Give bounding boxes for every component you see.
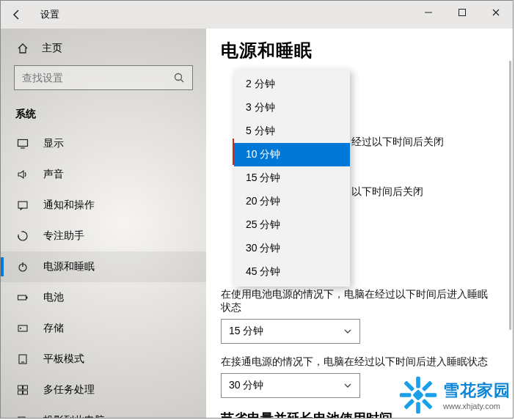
- window-title: 设置: [40, 8, 59, 21]
- svg-point-2: [175, 74, 182, 81]
- battery-icon: [15, 292, 30, 303]
- sidebar-item-notifications[interactable]: 通知和操作: [1, 190, 206, 221]
- storage-icon: [15, 323, 30, 334]
- tablet-icon: [15, 353, 30, 365]
- svg-rect-17: [18, 391, 23, 394]
- dropdown-item[interactable]: 20 分钟: [234, 190, 350, 213]
- display-icon: [15, 138, 30, 150]
- sidebar-item-tablet[interactable]: 平板模式: [1, 344, 206, 375]
- scrollbar[interactable]: [509, 61, 511, 330]
- svg-rect-10: [26, 297, 28, 299]
- sleep-battery-select[interactable]: 15 分钟: [221, 319, 360, 344]
- svg-point-12: [20, 328, 21, 329]
- dropdown-item[interactable]: 2 分钟: [234, 73, 350, 96]
- svg-rect-28: [422, 399, 433, 410]
- watermark-url: www.xhjaty.com: [443, 402, 500, 410]
- watermark: 雪花家园 www.xhjaty.com: [398, 375, 511, 416]
- minimize-button[interactable]: [412, 1, 445, 24]
- sidebar: 主页 系统 显示 声音 通知和操作: [1, 29, 206, 418]
- dropdown-item[interactable]: 5 分钟: [234, 119, 350, 143]
- maximize-button[interactable]: [445, 1, 479, 24]
- sidebar-item-label: 专注助手: [43, 229, 84, 243]
- dropdown-item[interactable]: 25 分钟: [234, 213, 350, 237]
- sidebar-item-power[interactable]: 电源和睡眠: [1, 251, 206, 282]
- search-input[interactable]: [14, 65, 193, 90]
- power-icon: [15, 261, 30, 273]
- sidebar-item-focus[interactable]: 专注助手: [1, 221, 206, 251]
- category-heading: 系统: [1, 103, 206, 128]
- time-dropdown[interactable]: 2 分钟3 分钟5 分钟10 分钟15 分钟20 分钟25 分钟30 分钟45 …: [234, 70, 350, 287]
- sidebar-item-multitask[interactable]: 多任务处理: [1, 375, 206, 405]
- svg-rect-21: [416, 377, 420, 388]
- svg-rect-16: [23, 386, 28, 389]
- dropdown-item[interactable]: 10 分钟: [234, 143, 350, 166]
- dropdown-item[interactable]: 3 分钟: [234, 96, 350, 119]
- sidebar-item-storage[interactable]: 存储: [1, 313, 206, 344]
- home-link[interactable]: 主页: [1, 37, 206, 65]
- dropdown-item[interactable]: 15 分钟: [234, 166, 350, 190]
- home-icon: [15, 43, 30, 54]
- sidebar-item-label: 电池: [43, 291, 64, 304]
- nav-list: 显示 声音 通知和操作 专注助手 电源和睡眠: [1, 128, 206, 418]
- svg-rect-27: [403, 380, 414, 391]
- sound-icon: [15, 169, 30, 180]
- dropdown-item[interactable]: 45 分钟: [234, 260, 350, 284]
- sidebar-item-label: 存储: [43, 322, 64, 335]
- watermark-text: 雪花家园: [443, 380, 511, 402]
- sidebar-item-sound[interactable]: 声音: [1, 159, 206, 190]
- sidebar-item-label: 电源和睡眠: [43, 260, 95, 273]
- search-field[interactable]: [22, 72, 173, 84]
- screen-battery-desc-tail: 经过以下时间后关闭: [351, 136, 444, 149]
- sleep-battery-desc: 在使用电池电源的情况下，电脑在经过以下时间后进入睡眠状态: [221, 288, 495, 314]
- sidebar-item-project[interactable]: 投影到此电脑: [1, 405, 206, 418]
- svg-line-3: [181, 80, 184, 83]
- sidebar-item-label: 通知和操作: [43, 199, 95, 212]
- svg-rect-15: [18, 386, 23, 389]
- focus-icon: [15, 230, 30, 242]
- sidebar-item-label: 显示: [43, 137, 64, 150]
- sidebar-item-display[interactable]: 显示: [1, 128, 206, 159]
- svg-rect-29: [412, 389, 424, 401]
- home-label: 主页: [42, 42, 62, 55]
- svg-rect-18: [23, 391, 28, 394]
- chevron-down-icon: [343, 381, 352, 390]
- svg-rect-25: [422, 380, 433, 391]
- sidebar-item-label: 多任务处理: [43, 383, 95, 397]
- main-panel: 电源和睡眠 经过以下时间后关闭 以下时间后关闭 2 分钟3 分钟5 分钟10 分…: [206, 29, 513, 418]
- svg-rect-24: [425, 393, 437, 397]
- svg-rect-4: [18, 140, 28, 147]
- sidebar-item-label: 声音: [43, 168, 64, 181]
- chevron-down-icon: [343, 327, 352, 336]
- project-icon: [15, 415, 30, 418]
- svg-rect-11: [18, 325, 27, 331]
- close-button[interactable]: [479, 1, 513, 24]
- svg-rect-1: [459, 10, 466, 16]
- sleep-plugged-select[interactable]: 30 分钟: [221, 373, 360, 398]
- sleep-plugged-desc: 在接通电源的情况下，电脑在经过以下时间后进入睡眠状态: [221, 355, 495, 369]
- sleep-battery-value: 15 分钟: [229, 325, 263, 338]
- sidebar-item-battery[interactable]: 电池: [1, 282, 206, 313]
- svg-rect-6: [18, 202, 27, 208]
- snowflake-icon: [398, 375, 439, 416]
- dropdown-item[interactable]: 30 分钟: [234, 237, 350, 260]
- svg-rect-9: [18, 295, 26, 300]
- search-icon: [173, 72, 185, 84]
- sidebar-item-label: 投影到此电脑: [43, 414, 105, 418]
- screen-plugged-desc-tail: 以下时间后关闭: [351, 185, 423, 199]
- svg-rect-26: [403, 399, 414, 410]
- sidebar-item-label: 平板模式: [43, 353, 84, 366]
- multitask-icon: [15, 384, 30, 396]
- titlebar: 设置: [1, 1, 513, 29]
- back-button[interactable]: [7, 4, 27, 25]
- svg-rect-19: [18, 417, 25, 418]
- svg-rect-23: [400, 393, 412, 397]
- page-title: 电源和睡眠: [221, 39, 495, 62]
- sleep-plugged-value: 30 分钟: [229, 379, 263, 392]
- svg-rect-22: [416, 402, 420, 414]
- notifications-icon: [15, 199, 30, 211]
